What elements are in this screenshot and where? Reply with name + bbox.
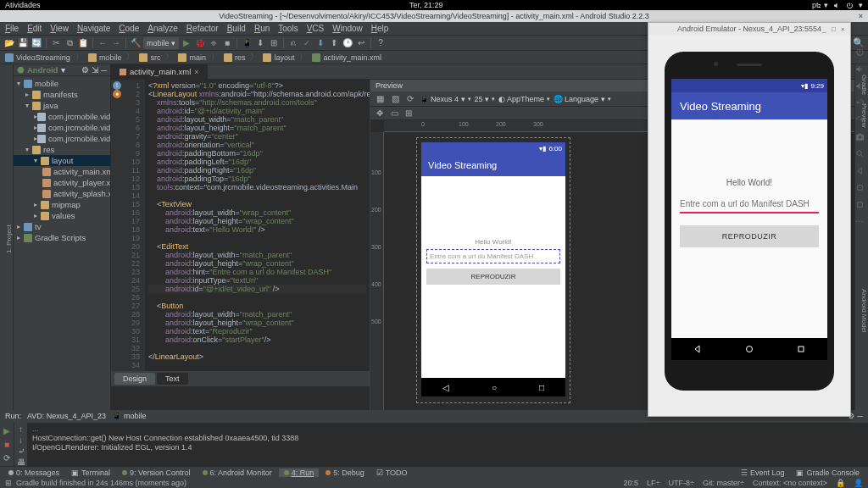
context[interactable]: Context: <no context> <box>753 479 827 487</box>
menu-refactor[interactable]: Refactor <box>186 24 219 33</box>
close-icon[interactable]: × <box>841 25 848 32</box>
rotate-left-icon[interactable] <box>854 97 865 108</box>
android-model-tool-tab[interactable]: Android Model <box>860 286 868 336</box>
menu-tools[interactable]: Tools <box>278 24 298 33</box>
gradle-console-tab[interactable]: ▣Gradle Console <box>791 469 865 477</box>
collapse-icon[interactable]: ⇲ <box>92 65 98 75</box>
tree-node[interactable]: ▸com.jrcmobile.videost <box>14 111 110 122</box>
print-icon[interactable]: 🖶 <box>15 458 27 467</box>
grid-icon[interactable]: ⊞ <box>403 108 415 119</box>
volume-icon[interactable] <box>833 2 841 9</box>
device-dropdown[interactable]: 📱 Nexus 4 ▾ <box>420 95 471 103</box>
line-separator[interactable]: LF÷ <box>647 479 659 487</box>
tree-node[interactable]: activity_splash.xm <box>14 188 110 199</box>
save-icon[interactable]: 💾 <box>17 37 29 49</box>
breadcrumb-item[interactable]: main <box>178 53 206 62</box>
gutter-icon-override[interactable]: ● <box>113 90 121 98</box>
design-tab[interactable]: Design <box>114 373 155 385</box>
language-indicator[interactable]: pt₂ ▾ <box>812 1 828 9</box>
git-branch[interactable]: Git: master÷ <box>703 479 744 487</box>
breadcrumb-item[interactable]: activity_main.xml <box>312 53 381 62</box>
home-nav-icon[interactable]: ○ <box>492 383 497 392</box>
help-icon[interactable]: ? <box>375 37 387 49</box>
wrap-icon[interactable]: ⤶ <box>15 446 27 456</box>
copy-icon[interactable]: ⧉ <box>64 37 75 49</box>
hide-icon[interactable]: ─ <box>101 65 107 75</box>
tree-node[interactable]: ▾res <box>14 144 110 155</box>
power-icon[interactable] <box>854 46 865 58</box>
recent-nav-icon[interactable] <box>796 344 806 354</box>
pull-icon[interactable]: ⬇ <box>314 37 326 49</box>
overview-icon[interactable] <box>854 198 865 210</box>
file-tab-activity-main[interactable]: activity_main.xml × <box>111 64 209 79</box>
sync-icon[interactable]: 🔄 <box>31 37 42 49</box>
tree-node[interactable]: ▾layout <box>14 155 110 166</box>
tree-node[interactable]: ▸com.jrcmobile.videost <box>14 133 110 144</box>
run-log[interactable]: ... HostConnection::get() New Host Conne… <box>27 423 868 466</box>
api-dropdown[interactable]: 25 ▾ <box>475 95 496 103</box>
recent-nav-icon[interactable]: □ <box>539 383 544 392</box>
theme-dropdown[interactable]: ◐ AppTheme <box>498 95 550 103</box>
tool-window-icon[interactable]: ⊞ <box>5 479 12 487</box>
project-tool-tab[interactable]: 1: Project <box>5 221 13 257</box>
menu-view[interactable]: View <box>50 24 69 33</box>
cut-icon[interactable]: ✂ <box>50 37 62 49</box>
vcs-icon[interactable]: ⎌ <box>287 37 299 49</box>
phone-screen[interactable]: ▾▮9:29 Video Streaming Hello World! REPR… <box>671 79 827 360</box>
menu-help[interactable]: Help <box>371 24 389 33</box>
rotate-right-icon[interactable] <box>854 114 865 125</box>
menu-code[interactable]: Code <box>119 24 139 33</box>
dropdown-arrow-icon[interactable]: ▾ <box>859 1 863 9</box>
more-icon[interactable]: ⋯ <box>854 215 865 227</box>
tree-node[interactable]: ▸com.jrcmobile.videost <box>14 122 110 133</box>
sdk-icon[interactable]: ⬇ <box>254 37 266 49</box>
tree-node[interactable]: ▸manifests <box>14 89 110 100</box>
language-dropdown[interactable]: 🌐 Language ▾ <box>554 95 611 103</box>
pan-icon[interactable]: ✥ <box>374 108 386 119</box>
tree-node[interactable]: ▾mobile <box>14 78 110 89</box>
code-editor[interactable]: ! ● 123456789101112131415161718192021222… <box>111 80 370 371</box>
avd-icon[interactable]: 📱 <box>241 37 253 49</box>
open-icon[interactable]: 📂 <box>3 37 15 49</box>
restart-icon[interactable]: ⟳ <box>1 452 13 463</box>
breadcrumb-item[interactable]: layout <box>263 53 294 62</box>
vcs-tab[interactable]: 9: Version Control <box>117 469 196 477</box>
debug-icon[interactable]: 🐞 <box>194 37 206 49</box>
palette-icon[interactable]: ▦ <box>374 93 386 105</box>
caret-position[interactable]: 20:5 <box>624 479 639 487</box>
tree-node[interactable]: ▸Gradle Scripts <box>14 232 110 243</box>
menu-edit[interactable]: Edit <box>27 24 42 33</box>
up-icon[interactable]: ↑ <box>15 424 27 434</box>
tree-node[interactable]: ▾java <box>14 100 110 111</box>
forward-icon[interactable]: → <box>110 37 122 49</box>
attach-icon[interactable]: ⎆ <box>208 37 220 49</box>
emu-button[interactable]: REPRODUZIR <box>680 225 819 247</box>
history-icon[interactable]: 🕐 <box>342 37 353 49</box>
camera-icon[interactable] <box>854 130 865 142</box>
select-icon[interactable]: ▭ <box>388 108 400 119</box>
todo-tab[interactable]: ☑TODO <box>371 469 413 477</box>
minimize-icon[interactable]: _ <box>822 25 829 32</box>
back-icon[interactable]: ← <box>97 37 108 49</box>
menu-navigate[interactable]: Navigate <box>77 24 110 33</box>
orientation-icon[interactable]: ⟳ <box>404 93 416 105</box>
menu-file[interactable]: File <box>5 24 19 33</box>
tree-node[interactable]: ▸tv <box>14 221 110 232</box>
breadcrumb-item[interactable]: VideoStreaming <box>5 53 70 62</box>
breadcrumb-item[interactable]: src <box>139 53 160 62</box>
breadcrumb-item[interactable]: mobile <box>88 53 122 62</box>
maximize-icon[interactable]: □ <box>832 25 838 32</box>
android-monitor-tab[interactable]: 6: Android Monitor <box>198 469 277 477</box>
stop-icon[interactable]: ■ <box>221 37 233 49</box>
revert-icon[interactable]: ↩ <box>355 37 367 49</box>
menu-analyze[interactable]: Analyze <box>147 24 178 33</box>
down-icon[interactable]: ↓ <box>15 435 27 445</box>
tree-node[interactable]: ▸values <box>14 210 110 221</box>
window-close-icon[interactable]: × <box>859 12 863 20</box>
text-tab[interactable]: Text <box>157 373 188 385</box>
terminal-tab[interactable]: ▣Terminal <box>66 469 115 477</box>
home-icon[interactable] <box>854 181 865 193</box>
stop-icon[interactable]: ■ <box>1 438 13 450</box>
tree-node[interactable]: activity_main.xml <box>14 166 110 177</box>
menu-build[interactable]: Build <box>227 24 246 33</box>
